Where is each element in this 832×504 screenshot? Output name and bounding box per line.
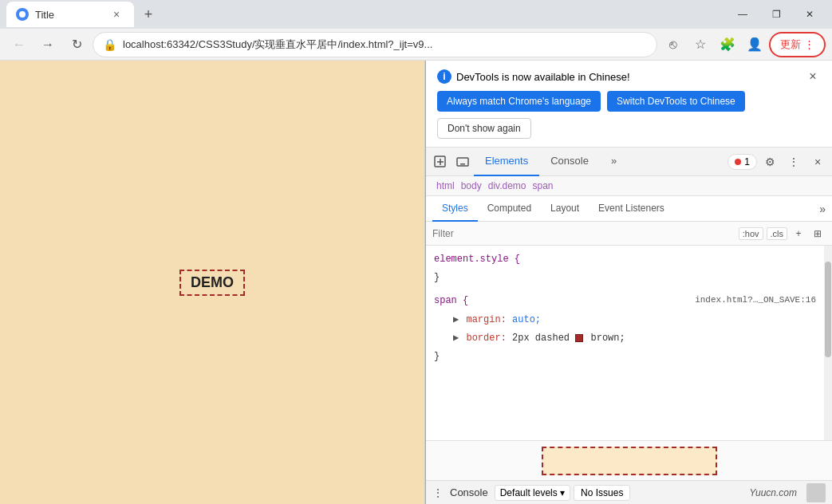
active-tab[interactable]: Title × <box>6 2 134 27</box>
match-language-button[interactable]: Always match Chrome's language <box>437 91 601 112</box>
event-listeners-tab[interactable]: Event Listeners <box>589 196 674 222</box>
filter-bar: :hov .cls + ⊞ <box>426 222 832 246</box>
update-menu-icon: ⋮ <box>804 38 814 50</box>
more-options-button[interactable]: ⋮ <box>783 151 805 173</box>
address-text: localhost:63342/CSS3Study/实现垂直水平居中/index… <box>123 37 647 52</box>
more-tabs-button[interactable]: » <box>600 148 628 176</box>
elements-tab[interactable]: Elements <box>474 148 539 176</box>
tab-title: Title <box>35 9 54 21</box>
profile-icon[interactable]: 👤 <box>742 32 767 57</box>
star-icon[interactable]: ☆ <box>688 32 713 57</box>
device-toolbar-button[interactable] <box>451 151 474 173</box>
css-rule-element-style: element.style { <box>426 250 824 269</box>
page-content-area: DEMO <box>0 61 425 504</box>
computed-tab[interactable]: Computed <box>478 196 541 222</box>
default-levels-select[interactable]: Default levels ▾ <box>495 485 570 501</box>
expand-border-icon[interactable]: ▶ <box>453 333 459 344</box>
update-button[interactable]: 更新 ⋮ <box>769 32 826 57</box>
info-icon: i <box>437 69 451 84</box>
minimize-button[interactable]: — <box>727 2 759 27</box>
console-drag-icon[interactable]: ⋮ <box>432 486 444 499</box>
more-styles-tabs[interactable]: » <box>819 203 826 215</box>
styles-scrollbar[interactable] <box>824 246 832 440</box>
breadcrumb-span[interactable]: span <box>530 179 556 192</box>
css-selector: element.style { <box>434 254 520 265</box>
css-prop-margin: ▶ margin: auto; <box>426 311 824 329</box>
inspect-element-button[interactable] <box>429 151 451 173</box>
color-swatch-brown[interactable] <box>575 334 583 342</box>
devtools-footer: ⋮ Console Default levels ▾ No Issues Yuu… <box>426 480 832 504</box>
breadcrumb-html[interactable]: html <box>434 179 457 192</box>
switch-chinese-button[interactable]: Switch DevTools to Chinese <box>607 91 745 112</box>
toggle-layout-button[interactable]: ⊞ <box>810 226 826 242</box>
tab-favicon <box>16 8 29 21</box>
console-toggle[interactable]: Console <box>450 486 488 498</box>
lock-icon: 🔒 <box>103 38 116 51</box>
address-bar[interactable]: 🔒 localhost:63342/CSS3Study/实现垂直水平居中/ind… <box>93 32 657 57</box>
styles-tab[interactable]: Styles <box>432 196 478 222</box>
console-levels: Default levels ▾ No Issues <box>495 485 631 501</box>
breadcrumb-bar: html body div.demo span <box>426 176 832 196</box>
error-count: 1 <box>744 156 750 167</box>
expand-margin-icon[interactable]: ▶ <box>453 314 459 325</box>
notification-text: DevTools is now available in Chinese! <box>456 71 630 83</box>
back-button[interactable]: ← <box>6 32 32 57</box>
layout-tab[interactable]: Layout <box>541 196 589 222</box>
box-model-preview <box>426 440 832 480</box>
css-rule-close: } <box>426 269 824 287</box>
console-label: Console <box>450 486 488 498</box>
svg-rect-2 <box>460 163 465 165</box>
css-prop-border: ▶ border: 2px dashed brown; <box>426 329 824 348</box>
css-code-area: element.style { } span { index.html?…_ON… <box>426 246 824 440</box>
extensions-icon[interactable]: 🧩 <box>715 32 740 57</box>
breadcrumb-body[interactable]: body <box>459 179 484 192</box>
share-icon[interactable]: ⎋ <box>660 32 686 57</box>
settings-button[interactable]: ⚙ <box>759 151 781 173</box>
maximize-button[interactable]: ❐ <box>760 2 792 27</box>
devtools-screenshot-icon[interactable] <box>806 483 826 502</box>
css-span-rule: span { index.html?…_ON_SAVE:16 <box>426 292 824 310</box>
close-window-button[interactable]: ✕ <box>794 2 826 27</box>
devtools-notification: i DevTools is now available in Chinese! … <box>426 61 832 148</box>
tab-close-button[interactable]: × <box>108 6 124 22</box>
error-dot <box>735 159 741 165</box>
scroll-thumb[interactable] <box>825 262 831 357</box>
watermark: Yuucn.com <box>749 487 797 498</box>
hov-filter-button[interactable]: :hov <box>739 227 763 240</box>
new-tab-button[interactable]: + <box>137 3 160 26</box>
devtools-panel: i DevTools is now available in Chinese! … <box>425 61 832 504</box>
devtools-toolbar: Elements Console » 1 ⚙ ⋮ × <box>426 148 832 176</box>
box-preview-element <box>542 447 717 475</box>
breadcrumb-div-demo[interactable]: div.demo <box>486 179 529 192</box>
dont-show-again-button[interactable]: Don't show again <box>437 118 531 139</box>
error-badge: 1 <box>728 154 757 170</box>
css-source-link[interactable]: index.html?…_ON_SAVE:16 <box>695 293 816 308</box>
demo-element: DEMO <box>179 270 245 296</box>
add-class-button[interactable]: + <box>791 226 806 242</box>
styles-tabs: Styles Computed Layout Event Listeners » <box>426 196 832 222</box>
cls-filter-button[interactable]: .cls <box>767 227 788 240</box>
filter-input[interactable] <box>432 228 735 239</box>
no-issues-badge: No Issues <box>574 485 630 501</box>
css-rule-close-2: } <box>426 348 824 366</box>
refresh-button[interactable]: ↻ <box>64 32 89 57</box>
close-devtools-button[interactable]: × <box>806 151 829 173</box>
console-tab[interactable]: Console <box>539 148 600 176</box>
notification-close-button[interactable]: × <box>805 69 821 85</box>
forward-button[interactable]: → <box>35 32 61 57</box>
